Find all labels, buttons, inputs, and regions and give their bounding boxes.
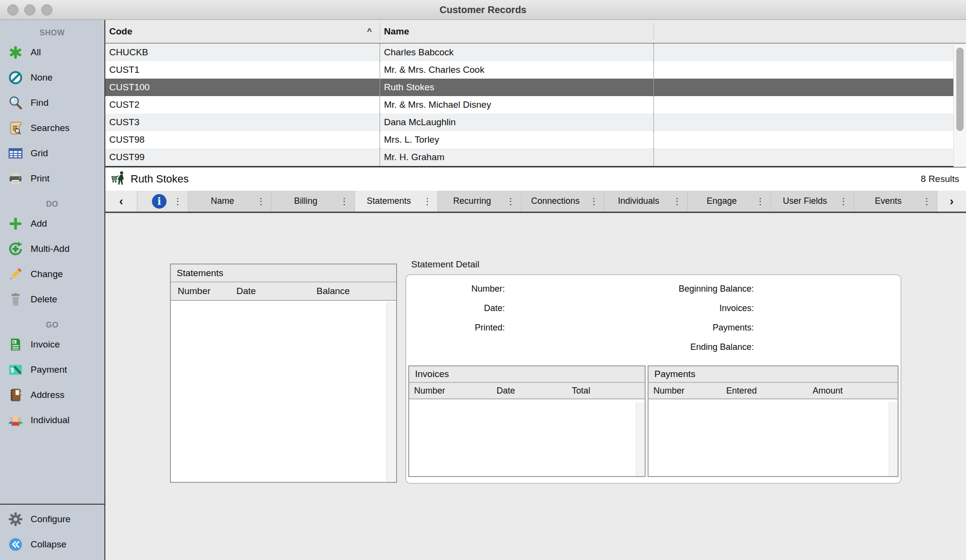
cell-name: Mr. & Mrs. Michael Disney bbox=[380, 96, 654, 114]
tab-info[interactable]: i ⋮ bbox=[137, 191, 188, 212]
tab-menu-dots[interactable]: ⋮ bbox=[673, 196, 687, 207]
grid-icon bbox=[8, 146, 23, 161]
tab[interactable]: Engage ⋮ bbox=[688, 191, 771, 212]
sidebar-item-collapse[interactable]: Collapse bbox=[0, 532, 104, 557]
close-button[interactable] bbox=[7, 4, 18, 16]
sidebar-item-invoice[interactable]: $ Invoice bbox=[0, 332, 104, 357]
tab-menu-dots[interactable]: ⋮ bbox=[423, 196, 437, 207]
invoices-scrollbar[interactable] bbox=[636, 402, 645, 476]
tab-menu-dots[interactable]: ⋮ bbox=[340, 196, 354, 207]
sidebar-item-find[interactable]: Find bbox=[0, 90, 104, 115]
minimize-button[interactable] bbox=[24, 4, 35, 16]
tab[interactable]: Recurring ⋮ bbox=[438, 191, 521, 212]
cell-name: Dana McLaughlin bbox=[380, 114, 654, 131]
sidebar-item-grid[interactable]: Grid bbox=[0, 141, 104, 166]
sidebar-item-label: Find bbox=[31, 98, 49, 108]
title-bar: Customer Records bbox=[0, 0, 966, 20]
tab-menu-dots[interactable]: ⋮ bbox=[839, 196, 854, 207]
payments-list[interactable] bbox=[649, 402, 898, 476]
record-header: Ruth Stokes 8 Results bbox=[105, 167, 966, 191]
sidebar-item-none[interactable]: None bbox=[0, 65, 104, 90]
sidebar-item-add[interactable]: Add bbox=[0, 211, 104, 236]
column-header-amount[interactable]: Amount bbox=[813, 386, 843, 396]
printer-icon bbox=[8, 171, 23, 186]
sidebar-item-label: Payment bbox=[31, 364, 67, 375]
sidebar-item-delete[interactable]: Delete bbox=[0, 287, 104, 312]
tab[interactable]: Connections ⋮ bbox=[521, 191, 604, 212]
sidebar-item-searches[interactable]: Searches bbox=[0, 115, 104, 141]
tab[interactable]: User Fields ⋮ bbox=[771, 191, 854, 212]
statements-scrollbar[interactable] bbox=[386, 302, 396, 482]
column-header-extra[interactable] bbox=[654, 23, 966, 40]
table-row[interactable]: CUST3 Dana McLaughlin bbox=[105, 114, 966, 131]
sidebar-section-go: GO bbox=[0, 318, 104, 332]
cell-code: CUST3 bbox=[105, 114, 380, 131]
tab-menu-dots[interactable]: ⋮ bbox=[756, 196, 770, 207]
sidebar-item-label: Address bbox=[31, 390, 65, 400]
cell-name: Mr. & Mrs. Charles Cook bbox=[380, 61, 654, 79]
info-icon: i bbox=[152, 194, 167, 209]
statements-list[interactable] bbox=[171, 302, 396, 482]
tab-menu-dots[interactable]: ⋮ bbox=[256, 196, 271, 207]
tab-menu-dots[interactable]: ⋮ bbox=[506, 196, 521, 207]
tab[interactable]: Billing ⋮ bbox=[271, 191, 354, 212]
sidebar-item-label: Collapse bbox=[31, 539, 67, 550]
cell-name: Ruth Stokes bbox=[380, 79, 654, 96]
tabs-scroll-forward-button[interactable]: › bbox=[937, 191, 966, 212]
invoices-panel-columns: Number Date Total bbox=[409, 383, 645, 399]
sidebar-item-payment[interactable]: $ Payment bbox=[0, 357, 104, 382]
table-scrollbar[interactable] bbox=[953, 45, 966, 167]
sidebar-item-individual[interactable]: Individual bbox=[0, 408, 104, 433]
sidebar-item-multi-add[interactable]: Multi-Add bbox=[0, 236, 104, 262]
tab-label: Recurring bbox=[438, 196, 506, 206]
table-row[interactable]: CUST1 Mr. & Mrs. Charles Cook bbox=[105, 61, 966, 79]
payments-scrollbar[interactable] bbox=[889, 402, 898, 476]
tab[interactable]: Name ⋮ bbox=[188, 191, 271, 212]
table-row[interactable]: CUST2 Mr. & Mrs. Michael Disney bbox=[105, 96, 966, 114]
tab[interactable]: Statements ⋮ bbox=[355, 191, 438, 212]
tab[interactable]: Events ⋮ bbox=[854, 191, 937, 212]
statements-panel: Statements Number Date Balance bbox=[170, 264, 397, 483]
cell-name: Mr. H. Graham bbox=[380, 148, 654, 166]
tab-menu-dots[interactable]: ⋮ bbox=[589, 196, 604, 207]
cell-name: Mrs. L. Torley bbox=[380, 131, 654, 148]
statement-detail-title: Statement Detail bbox=[411, 259, 479, 270]
table-row[interactable]: CUST98 Mrs. L. Torley bbox=[105, 131, 966, 148]
gear-icon bbox=[8, 512, 23, 527]
column-header-entered[interactable]: Entered bbox=[726, 386, 757, 396]
sidebar: SHOW All None Find Searches Grid bbox=[0, 20, 105, 560]
sidebar-item-configure[interactable]: Configure bbox=[0, 507, 104, 532]
column-header-total[interactable]: Total bbox=[572, 386, 590, 396]
tab-label: User Fields bbox=[771, 196, 839, 206]
field-label-payments: Payments: bbox=[406, 318, 754, 337]
column-header-date[interactable]: Date bbox=[236, 286, 256, 296]
table-row[interactable]: CUST99 Mr. H. Graham bbox=[105, 148, 966, 166]
sort-ascending-icon: ^ bbox=[367, 27, 380, 36]
zoom-button[interactable] bbox=[41, 4, 52, 16]
tabs-scroll-back-button[interactable]: ‹ bbox=[105, 191, 137, 212]
tab-menu-dots[interactable]: ⋮ bbox=[922, 196, 937, 207]
column-header-number[interactable]: Number bbox=[653, 386, 684, 396]
column-header-name[interactable]: Name bbox=[380, 23, 654, 40]
sidebar-item-change[interactable]: Change bbox=[0, 262, 104, 287]
column-header-balance[interactable]: Balance bbox=[316, 286, 350, 296]
sidebar-item-label: Invoice bbox=[31, 339, 60, 350]
sidebar-item-address[interactable]: Address bbox=[0, 382, 104, 408]
sidebar-item-label: Multi-Add bbox=[31, 244, 69, 254]
tab-menu-dots[interactable]: ⋮ bbox=[173, 196, 188, 207]
invoices-list[interactable] bbox=[409, 402, 645, 476]
column-header-date[interactable]: Date bbox=[497, 386, 515, 396]
tab[interactable]: Individuals ⋮ bbox=[604, 191, 687, 212]
sidebar-item-print[interactable]: Print bbox=[0, 166, 104, 191]
column-header-number[interactable]: Number bbox=[414, 386, 445, 396]
tab-label: Engage bbox=[688, 196, 756, 206]
sidebar-item-all[interactable]: All bbox=[0, 40, 104, 65]
column-header-number[interactable]: Number bbox=[178, 286, 211, 296]
tab-label: Name bbox=[188, 196, 256, 206]
cell-code: CHUCKB bbox=[105, 44, 380, 61]
table-row[interactable]: CUST100 Ruth Stokes bbox=[105, 79, 966, 96]
column-header-code[interactable]: Code ^ bbox=[105, 23, 380, 40]
app-window: Customer Records SHOW All None Find Sear… bbox=[0, 0, 966, 560]
table-row[interactable]: CHUCKB Charles Babcock bbox=[105, 44, 966, 61]
table-scrollbar-thumb[interactable] bbox=[956, 48, 964, 131]
